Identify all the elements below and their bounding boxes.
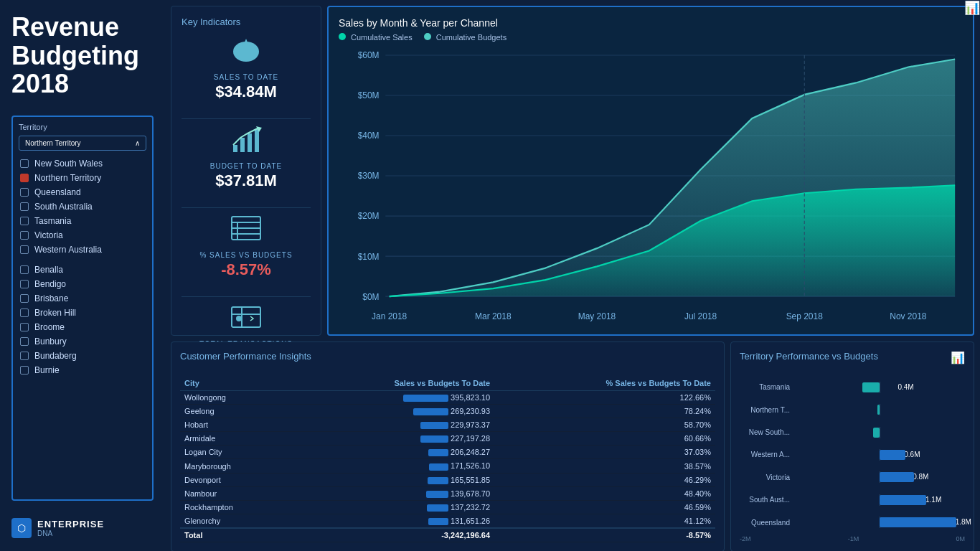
legend-cumulative-sales: Cumulative Sales <box>339 33 413 42</box>
territory-bar <box>880 472 914 482</box>
svg-text:$20M: $20M <box>358 211 380 221</box>
territory-bar <box>880 450 905 460</box>
table-row: Rockhampton 137,232.7246.59% <box>180 500 715 514</box>
table-row: Nambour 139,678.7048.40% <box>180 486 715 500</box>
budget-label: BUDGET TO DATE <box>210 162 283 170</box>
city-item[interactable]: Broome <box>19 320 146 334</box>
checkbox-empty <box>20 217 29 225</box>
territory-bar-row: Northern T... <box>740 404 965 415</box>
svg-text:$10M: $10M <box>358 251 380 261</box>
territory-item[interactable]: Northern Territory <box>19 171 146 185</box>
budget-icon <box>230 125 262 159</box>
territory-panel-title: Territory Performance vs Budgets <box>740 351 878 362</box>
chevron-down-icon: ∧ <box>135 139 140 147</box>
x-label-minus2m: -2M <box>740 535 751 542</box>
territory-bar-row: Tasmania0.4M <box>740 382 965 393</box>
svg-text:$50M: $50M <box>358 90 380 100</box>
logo-icon: ⬡ <box>11 518 32 538</box>
territory-item[interactable]: Queensland <box>19 185 146 199</box>
territory-item[interactable]: Tasmania <box>19 214 146 228</box>
territory-bar <box>862 382 880 392</box>
territory-item[interactable]: Victoria <box>19 228 146 242</box>
checkbox-empty <box>20 337 29 346</box>
main-content: Key Indicators SALES TO DATE $34.84M <box>165 0 980 551</box>
customer-table-body: Wollongong 395,823.10122.66%Geelong 269,… <box>180 391 715 542</box>
territory-bar <box>877 405 880 415</box>
territory-bar <box>880 495 926 505</box>
svg-text:Jan 2018: Jan 2018 <box>372 311 407 321</box>
territory-bar-row: Western A...-0.6M <box>740 449 965 461</box>
checkbox-empty <box>20 352 29 360</box>
checkbox-empty <box>20 309 29 317</box>
svg-text:May 2018: May 2018 <box>578 311 616 321</box>
city-item[interactable]: Benalla <box>19 263 146 277</box>
svg-text:Mar 2018: Mar 2018 <box>475 311 512 321</box>
svg-text:Jul 2018: Jul 2018 <box>684 311 717 321</box>
table-row: Armidale 227,197.2860.66% <box>180 432 715 446</box>
percentage-icon <box>230 214 262 248</box>
chart-expand-icon[interactable]: 📊 <box>964 0 980 16</box>
territory-bar-row: Victoria-0.8M <box>740 471 965 483</box>
territory-x-axis: -2M -1M 0M <box>740 535 965 542</box>
pct-value: -8.57% <box>221 260 271 279</box>
sales-to-date-block: SALES TO DATE $34.84M <box>182 36 311 101</box>
svg-rect-5 <box>255 129 259 152</box>
page-title: RevenueBudgeting2018 <box>11 13 154 98</box>
line-chart-svg: $60M $50M $40M $30M $20M $10M $0M Jan 20… <box>339 47 963 331</box>
bottom-row: Customer Performance Insights City Sales… <box>171 342 974 551</box>
table-total-row: Total-3,242,196.64-8.57% <box>180 528 715 542</box>
city-item[interactable]: Bundaberg <box>19 349 146 363</box>
territory-item[interactable]: Western Australia <box>19 242 146 257</box>
budget-to-date-block: BUDGET TO DATE $37.81M <box>182 125 311 190</box>
checkbox-empty <box>20 280 29 288</box>
table-row: Maryborough 171,526.1038.57% <box>180 459 715 473</box>
territory-item[interactable]: New South Wales <box>19 156 146 171</box>
city-item[interactable]: Broken Hill <box>19 306 146 320</box>
checkbox-empty <box>20 323 29 331</box>
checkbox-empty <box>20 159 29 168</box>
city-item[interactable]: Bunbury <box>19 334 146 349</box>
svg-text:$60M: $60M <box>358 50 380 60</box>
svg-text:$0M: $0M <box>362 291 379 301</box>
checkbox-empty <box>20 231 29 240</box>
table-row: Logan City 206,248.2737.03% <box>180 446 715 459</box>
checkbox-empty <box>20 366 29 375</box>
chart-legend: Cumulative Sales Cumulative Budgets <box>339 33 963 42</box>
territory-bar <box>880 517 956 527</box>
territory-bar <box>873 428 880 438</box>
customer-table-scroll[interactable]: City Sales vs Budgets To Date % Sales vs… <box>180 370 715 542</box>
svg-text:$40M: $40M <box>358 131 380 141</box>
checkbox-empty <box>20 265 29 274</box>
key-indicators-title: Key Indicators <box>182 17 311 27</box>
dropdown-value: Northern Territory <box>25 139 81 147</box>
territory-bar-row: New South... <box>740 427 965 438</box>
checkbox-filled <box>20 174 29 182</box>
pct-label: % SALES VS BUDGETS <box>199 251 292 259</box>
city-item[interactable]: Brisbane <box>19 291 146 306</box>
col-sales: Sales vs Budgets To Date <box>291 376 494 391</box>
chart-title: Sales by Month & Year per Channel <box>339 17 498 29</box>
filter-label: Territory <box>19 123 146 131</box>
svg-point-14 <box>236 316 242 321</box>
city-item[interactable]: Bendigo <box>19 277 146 291</box>
territory-bars: Tasmania0.4MNorthern T...New South...Wes… <box>740 376 965 534</box>
cumulative-budgets-dot <box>424 33 431 40</box>
territory-item[interactable]: South Australia <box>19 199 146 214</box>
logo-text: ENTERPRISE <box>37 519 104 529</box>
territory-dropdown[interactable]: Northern Territory ∧ <box>19 136 146 151</box>
svg-text:$30M: $30M <box>358 171 380 181</box>
checkbox-empty <box>20 188 29 197</box>
table-row: Hobart 229,973.3758.70% <box>180 418 715 432</box>
territory-chart-icon[interactable]: 📊 <box>951 351 965 364</box>
svg-text:Nov 2018: Nov 2018 <box>890 311 926 321</box>
checkbox-empty <box>20 294 29 303</box>
x-label-0m: 0M <box>956 535 965 542</box>
city-item[interactable]: Burnie <box>19 363 146 377</box>
svg-rect-3 <box>240 138 245 152</box>
svg-text:Sep 2018: Sep 2018 <box>786 311 824 321</box>
checkbox-empty <box>20 202 29 211</box>
sales-value: $34.84M <box>215 83 277 101</box>
territory-list: New South WalesNorthern TerritoryQueensl… <box>19 156 146 257</box>
col-city: City <box>180 376 291 391</box>
cart-icon <box>230 303 262 337</box>
